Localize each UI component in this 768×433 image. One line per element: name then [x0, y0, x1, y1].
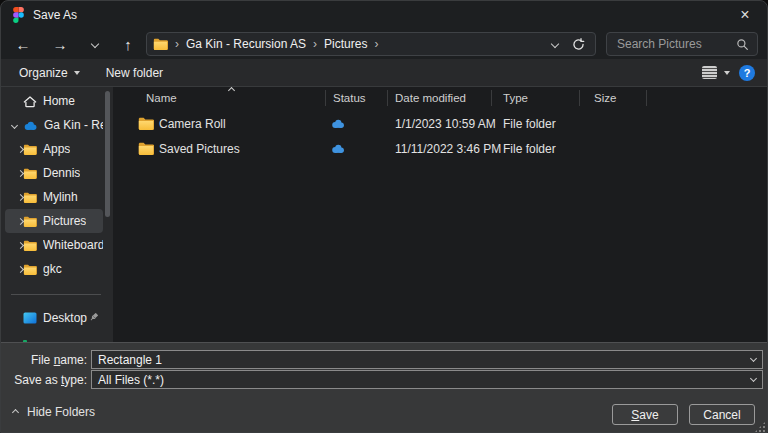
chevron-down-icon — [750, 375, 757, 382]
new-folder-label: New folder — [106, 66, 163, 80]
column-header-size[interactable]: Size — [594, 92, 616, 104]
sidebar-item-mylinh[interactable]: Mylinh — [5, 185, 103, 209]
organize-label: Organize — [19, 66, 68, 80]
dialog-content: Home Ga Kin - Recursi Apps — [1, 87, 767, 342]
recent-locations-button[interactable] — [81, 29, 109, 59]
sidebar-item-label: Ga Kin - Recursi — [44, 118, 103, 132]
forward-button[interactable]: → — [46, 29, 74, 59]
figma-app-icon — [13, 7, 24, 23]
breadcrumb-separator: › — [175, 37, 179, 51]
file-row-camera-roll[interactable]: Camera Roll 1/1/2023 10:59 AM File folde… — [113, 111, 767, 136]
search-icon — [736, 38, 749, 51]
list-view-icon — [702, 66, 717, 79]
help-button[interactable]: ? — [739, 65, 755, 81]
column-header-type[interactable]: Type — [503, 92, 528, 104]
folder-icon — [23, 264, 37, 275]
organize-button[interactable]: Organize — [9, 59, 90, 86]
sidebar-item-apps[interactable]: Apps — [5, 137, 103, 161]
dropdown-triangle-icon — [724, 71, 730, 75]
close-icon: × — [740, 7, 749, 23]
navigation-bar: ← → ↑ › Ga Kin - Recursion AS › Pictures… — [1, 29, 767, 59]
question-mark-icon: ? — [744, 67, 751, 79]
address-dropdown-chevron-icon[interactable] — [551, 40, 559, 48]
column-separator[interactable] — [325, 90, 326, 106]
sidebar-item-label: Desktop — [43, 311, 87, 325]
sidebar-item-whiteboards[interactable]: Whiteboards — [5, 233, 103, 257]
new-folder-button[interactable]: New folder — [96, 59, 173, 86]
sidebar-item-clipped[interactable]: ▁▁▁ — [5, 334, 103, 342]
column-separator[interactable] — [579, 90, 580, 106]
file-row-saved-pictures[interactable]: Saved Pictures 11/11/2022 3:46 PM File f… — [113, 136, 767, 161]
refresh-icon[interactable] — [572, 38, 585, 51]
arrow-right-icon: → — [53, 36, 68, 53]
address-bar[interactable]: › Ga Kin - Recursion AS › Pictures › — [146, 32, 596, 56]
sidebar-item-label: Whiteboards — [43, 238, 103, 252]
file-date-modified: 1/1/2023 10:59 AM — [395, 111, 496, 136]
dialog-footer: File name: Save as type: All Files (*.*)… — [1, 342, 767, 433]
sidebar-item-label: Pictures — [43, 214, 86, 228]
sidebar-item-label: Dennis — [43, 166, 80, 180]
column-separator[interactable] — [387, 90, 388, 106]
sidebar-item-onedrive[interactable]: Ga Kin - Recursi — [5, 113, 103, 137]
save-as-type-label: Save as type: — [1, 373, 87, 387]
hide-folders-button[interactable]: Hide Folders — [13, 405, 95, 419]
file-type: File folder — [503, 136, 556, 161]
back-button[interactable]: ← — [9, 29, 37, 59]
sidebar-item-home[interactable]: Home — [5, 89, 103, 113]
file-name-combobox — [91, 350, 763, 369]
column-header-name[interactable]: Name — [146, 92, 177, 104]
cloud-status-icon — [331, 136, 345, 161]
chevron-down-icon[interactable] — [10, 121, 17, 128]
cancel-button[interactable]: Cancel — [689, 404, 755, 425]
sidebar-item-gkc[interactable]: gkc — [5, 257, 103, 281]
folder-icon — [23, 216, 37, 227]
hide-folders-label: Hide Folders — [27, 405, 95, 419]
sidebar-item-label: Mylinh — [43, 190, 78, 204]
sidebar-scrollbar[interactable] — [105, 91, 110, 217]
save-as-dialog: Save As × ← → ↑ › Ga Kin - Recursion AS … — [0, 0, 768, 433]
folder-icon — [23, 192, 37, 203]
sidebar-item-desktop[interactable]: Desktop — [5, 306, 103, 330]
save-button[interactable]: Save — [612, 404, 678, 425]
breadcrumb-item-pictures[interactable]: Pictures — [324, 37, 367, 51]
column-header-date[interactable]: Date modified — [395, 92, 466, 104]
folder-icon — [23, 168, 37, 179]
column-separator[interactable] — [491, 90, 492, 106]
file-type: File folder — [503, 111, 556, 136]
chevron-up-icon — [12, 408, 19, 415]
command-toolbar: Organize New folder ? — [1, 59, 767, 87]
column-header-status[interactable]: Status — [333, 92, 366, 104]
title-bar: Save As × — [1, 1, 767, 29]
arrow-up-icon: ↑ — [124, 36, 132, 53]
breadcrumb-folder-icon — [153, 38, 168, 50]
close-button[interactable]: × — [723, 1, 767, 29]
search-input[interactable] — [615, 36, 736, 52]
file-name: Camera Roll — [159, 111, 226, 136]
sort-ascending-icon — [228, 87, 235, 94]
desktop-icon — [23, 312, 37, 324]
breadcrumb-separator: › — [374, 37, 378, 51]
navigation-pane: Home Ga Kin - Recursi Apps — [1, 87, 113, 342]
folder-icon — [138, 111, 154, 136]
sidebar-item-dennis[interactable]: Dennis — [5, 161, 103, 185]
folder-icon — [23, 144, 37, 155]
up-button[interactable]: ↑ — [114, 29, 142, 59]
file-date-modified: 11/11/2022 3:46 PM — [395, 136, 501, 161]
change-view-button[interactable] — [702, 66, 730, 79]
file-name: Saved Pictures — [159, 136, 240, 161]
file-list-pane: Name Status Date modified Type Size Came… — [113, 87, 767, 342]
breadcrumb-item-drive[interactable]: Ga Kin - Recursion AS — [186, 37, 306, 51]
dropdown-triangle-icon — [74, 71, 80, 75]
file-name-label: File name: — [1, 353, 87, 367]
column-header-row: Name Status Date modified Type Size — [113, 87, 767, 110]
window-title: Save As — [33, 8, 77, 22]
sidebar-divider — [11, 294, 101, 295]
column-separator[interactable] — [646, 90, 647, 106]
resize-grip[interactable] — [755, 422, 765, 432]
file-name-input[interactable] — [92, 353, 762, 367]
folder-icon — [138, 136, 154, 161]
home-icon — [23, 95, 37, 108]
save-as-type-dropdown[interactable]: All Files (*.*) — [91, 370, 763, 389]
sidebar-item-label: Apps — [43, 142, 70, 156]
sidebar-item-pictures[interactable]: Pictures — [5, 209, 103, 233]
